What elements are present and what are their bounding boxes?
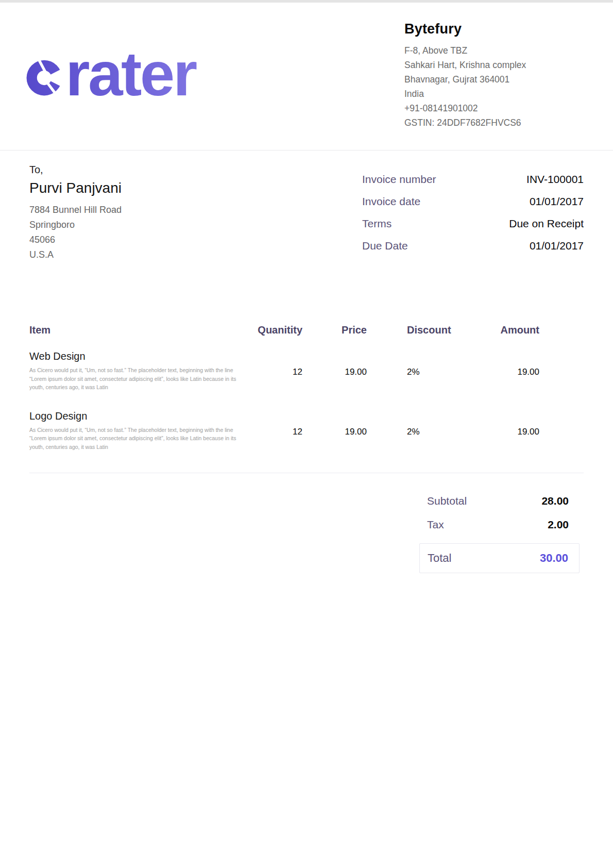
item-cell: Logo Design As Cicero would put it, “Um,… (29, 410, 246, 452)
terms-value: Due on Receipt (509, 218, 584, 230)
due-date-row: Due Date 01/01/2017 (362, 240, 584, 252)
customer-address-line: 7884 Bunnel Hill Road (29, 203, 122, 218)
due-date-value: 01/01/2017 (530, 240, 584, 252)
item-amount: 19.00 (462, 410, 539, 452)
item-amount: 19.00 (462, 350, 539, 392)
tax-row: Tax 2.00 (419, 519, 580, 531)
customer-address-line: 45066 (29, 232, 122, 247)
customer-name: Purvi Panjvani (29, 180, 122, 196)
terms-row: Terms Due on Receipt (362, 218, 584, 230)
due-date-label: Due Date (362, 240, 408, 252)
column-header-quantity: Quanitity (246, 324, 302, 336)
subtotal-label: Subtotal (427, 495, 467, 507)
table-row: Web Design As Cicero would put it, “Um, … (29, 350, 584, 392)
invoice-number-value: INV-100001 (526, 173, 584, 186)
column-header-discount: Discount (367, 324, 462, 336)
customer-address-line: Springboro (29, 218, 122, 232)
item-description: As Cicero would put it, “Um, not so fast… (29, 366, 246, 392)
items-table: Item Quanitity Price Discount Amount Web… (0, 324, 613, 451)
invoice-meta-block: Invoice number INV-100001 Invoice date 0… (362, 173, 584, 262)
company-block: Bytefury F-8, Above TBZ Sahkari Hart, Kr… (404, 21, 584, 150)
table-row: Logo Design As Cicero would put it, “Um,… (29, 410, 584, 452)
invoice-number-label: Invoice number (362, 173, 436, 186)
totals-divider (29, 473, 584, 473)
item-quantity: 12 (246, 350, 302, 392)
invoice-header: rater Bytefury F-8, Above TBZ Sahkari Ha… (0, 3, 613, 151)
billing-section: To, Purvi Panjvani 7884 Bunnel Hill Road… (0, 151, 613, 262)
company-address-line: Sahkari Hart, Krishna complex (404, 58, 584, 72)
column-header-amount: Amount (462, 324, 539, 336)
item-cell: Web Design As Cicero would put it, “Um, … (29, 350, 246, 392)
company-address-line: Bhavnagar, Gujrat 364001 (404, 72, 584, 87)
crater-logo-graphic: rater (25, 37, 251, 105)
total-value: 30.00 (540, 552, 568, 565)
column-header-item: Item (29, 324, 246, 336)
column-header-price: Price (302, 324, 367, 336)
company-phone: +91-08141901002 (404, 101, 584, 115)
crater-c-glyph (27, 58, 65, 95)
tax-label: Tax (427, 519, 444, 531)
total-box: Total 30.00 (419, 543, 580, 573)
totals-block: Subtotal 28.00 Tax 2.00 Total 30.00 (419, 495, 580, 573)
customer-address-line: U.S.A (29, 247, 122, 262)
bill-to-label: To, (29, 164, 122, 176)
terms-label: Terms (362, 218, 391, 230)
company-address-line: India (404, 87, 584, 101)
items-table-header: Item Quanitity Price Discount Amount (29, 324, 584, 336)
bill-to-block: To, Purvi Panjvani 7884 Bunnel Hill Road… (29, 164, 122, 262)
item-price: 19.00 (302, 350, 367, 392)
company-name: Bytefury (404, 21, 584, 37)
tax-value: 2.00 (548, 519, 569, 531)
subtotal-row: Subtotal 28.00 (419, 495, 580, 507)
item-quantity: 12 (246, 410, 302, 452)
company-gstin: GSTIN: 24DDF7682FHVCS6 (404, 115, 584, 130)
invoice-date-value: 01/01/2017 (530, 195, 584, 208)
item-discount: 2% (367, 410, 462, 452)
total-label: Total (428, 552, 451, 565)
item-discount: 2% (367, 350, 462, 392)
crater-logo-text: rater (65, 39, 197, 105)
item-name: Web Design (29, 350, 246, 362)
invoice-date-row: Invoice date 01/01/2017 (362, 195, 584, 208)
item-name: Logo Design (29, 410, 246, 422)
invoice-number-row: Invoice number INV-100001 (362, 173, 584, 186)
crater-logo: rater (25, 37, 251, 150)
item-description: As Cicero would put it, “Um, not so fast… (29, 426, 246, 452)
item-price: 19.00 (302, 410, 367, 452)
company-address-line: F-8, Above TBZ (404, 43, 584, 58)
invoice-date-label: Invoice date (362, 195, 420, 208)
subtotal-value: 28.00 (541, 495, 569, 507)
